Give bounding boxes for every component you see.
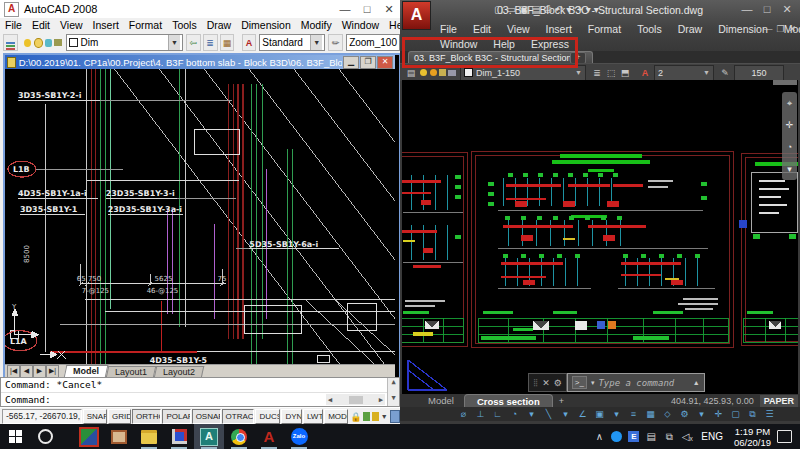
autocad-logo-button[interactable]: A	[402, 1, 431, 30]
menu-item[interactable]: Tools	[629, 22, 670, 36]
status-icon[interactable]: ☰	[761, 407, 778, 421]
doc-close-icon[interactable]: ✕	[788, 24, 796, 34]
dim-scale-field[interactable]: 150	[734, 65, 784, 81]
chevron-down-icon[interactable]: ▼	[310, 35, 322, 50]
menu-item[interactable]: Draw	[202, 18, 237, 33]
layer-lock-icon[interactable]	[439, 69, 446, 76]
status-icon[interactable]: ◔	[506, 407, 523, 421]
status-icon[interactable]: ▾	[523, 407, 540, 421]
tray-e-app-icon[interactable]: E	[628, 431, 639, 442]
taskbar-icon-puzzle-app[interactable]	[104, 424, 134, 449]
layer-on-icon[interactable]	[420, 69, 427, 76]
nav-icon[interactable]: ⌖	[787, 98, 792, 108]
tray-network-icon[interactable]: ⧉	[660, 431, 678, 443]
left-maximize-button[interactable]: □	[356, 0, 378, 18]
nav-icon[interactable]: ▾	[787, 164, 792, 174]
tab-cross-section[interactable]: Cross section	[464, 394, 553, 408]
qat-icon[interactable]: ▾	[566, 4, 571, 15]
layer-freeze-icon[interactable]	[34, 38, 43, 48]
grid-button[interactable]: GRID	[108, 409, 131, 424]
menu-item[interactable]: Format	[580, 22, 629, 36]
style-dropdown[interactable]: 2 ▼	[654, 65, 714, 81]
status-icon[interactable]: ▢	[727, 407, 744, 421]
menu-item[interactable]: File	[0, 18, 27, 33]
status-icon[interactable]: ▾	[693, 407, 710, 421]
status-icon[interactable]: ▾	[557, 407, 574, 421]
tray-volume-muted-icon[interactable]: ◁ₓ	[678, 431, 696, 442]
status-icon[interactable]: ▾	[608, 407, 625, 421]
menu-item[interactable]: Draw	[670, 22, 711, 36]
nav-icon[interactable]: ✛	[786, 120, 794, 130]
floating-command-line[interactable]: ⣿ ✕ ⚙ >_ ▾ Type a command ▲	[528, 373, 705, 392]
ortho-button[interactable]: ORTHO	[132, 409, 161, 424]
taskbar-icon-zalo[interactable]: Zalo	[284, 424, 314, 449]
menu-item[interactable]: Insert	[88, 18, 124, 33]
chevron-down-icon[interactable]: ▼	[168, 35, 180, 50]
layer-freeze-icon[interactable]	[430, 69, 437, 76]
layer-isolate-icon[interactable]: ▦	[220, 34, 235, 51]
qat-icon[interactable]: ▾	[594, 4, 599, 15]
otrack-button[interactable]: OTRACK	[222, 409, 255, 424]
layer-states-icon[interactable]: ≣	[203, 34, 218, 51]
navigation-bar[interactable]: ⌖✛◔▾	[782, 92, 797, 180]
qat-icon[interactable]: ▾	[586, 4, 591, 15]
tab-model[interactable]: Model	[418, 395, 464, 406]
layer-lock-icon[interactable]	[45, 39, 52, 47]
status-icon[interactable]: ≡	[625, 407, 642, 421]
qat-icon[interactable]: ↷	[574, 4, 582, 15]
status-icon[interactable]: ▦	[642, 407, 659, 421]
doc-restore-icon[interactable]: ❐	[776, 24, 784, 34]
taskbar-icon-autocad-2008-active[interactable]: A	[194, 424, 224, 449]
command-window[interactable]: Command: *Cancel* Command: ▲▼ ◀▶	[0, 377, 400, 407]
status-icon[interactable]: ⊥	[472, 407, 489, 421]
status-icon[interactable]: ⬦	[659, 407, 676, 421]
new-layout-button[interactable]: +	[553, 396, 570, 406]
qat-icon[interactable]: ↶	[555, 4, 563, 15]
action-center-icon[interactable]	[777, 430, 792, 443]
dim-style-icon[interactable]: ✎	[718, 66, 732, 80]
tray-status-icon[interactable]	[363, 412, 370, 421]
layer-previous-icon[interactable]: ⇦	[186, 34, 201, 51]
menu-item[interactable]: Window	[337, 18, 384, 33]
menu-item[interactable]: Tools	[167, 18, 202, 33]
status-icon[interactable]: ∠	[574, 407, 591, 421]
lwt-button[interactable]: LWT	[303, 409, 323, 424]
taskbar-icon-file-explorer[interactable]	[134, 424, 164, 449]
command-input[interactable]: Type a command	[598, 378, 674, 388]
tray-expand-chevron-icon[interactable]: ∧	[590, 431, 608, 442]
layer-dropdown[interactable]: Dim ▼	[66, 34, 183, 51]
zoom-field[interactable]: Zoom_100	[346, 34, 400, 51]
layer-states-icon[interactable]: ≣	[590, 66, 604, 80]
command-tools-icon[interactable]: ⚙	[554, 378, 562, 388]
menu-item[interactable]: File	[432, 22, 465, 36]
right-minimize-button[interactable]: —	[737, 3, 757, 16]
dim-style-icon[interactable]: ✎	[328, 34, 343, 51]
qat-icon[interactable]: ▭	[506, 4, 515, 15]
qat-icon[interactable]: ▢	[494, 4, 503, 15]
tray-zalo-icon[interactable]	[611, 431, 622, 442]
status-menu-chevron-icon[interactable]: ▼	[381, 413, 388, 420]
right-maximize-button[interactable]: □	[757, 3, 777, 16]
tray-clock[interactable]: 1:19 PM 06/20/19	[734, 426, 771, 448]
left-close-button[interactable]: ✕	[378, 0, 400, 18]
command-scrollbar[interactable]: ▲▼	[387, 378, 399, 406]
cortana-search-button[interactable]	[30, 424, 60, 449]
child-minimize-button[interactable]: ▁	[343, 56, 359, 69]
right-drawing-canvas[interactable]: ⌖✛◔▾ ⣿ ✕ ⚙ >_ ▾ Type a command ▲	[402, 80, 798, 394]
right-close-button[interactable]: ✕	[777, 3, 797, 16]
menu-item[interactable]: View	[55, 18, 88, 33]
status-icon[interactable]: ∟	[489, 407, 506, 421]
menu-item[interactable]: Edit	[27, 18, 55, 33]
layer-properties-icon[interactable]	[3, 34, 18, 51]
qat-icon[interactable]: ⎙	[544, 3, 552, 15]
style-dropdown[interactable]: Standard ▼	[259, 34, 325, 51]
left-drawing-canvas[interactable]: 3D35-SB1Y-2-i L1B 4D35-SB1Y-1a-i 23D35-S…	[5, 69, 395, 364]
taskbar-icon-autocad[interactable]: A	[254, 424, 284, 449]
menu-item[interactable]: Format	[124, 18, 167, 33]
notification-icon[interactable]	[372, 412, 379, 421]
nav-icon[interactable]: ◔	[787, 142, 792, 152]
lock-icon[interactable]: 🔒	[350, 412, 361, 422]
chevron-down-icon[interactable]: ▾	[591, 379, 595, 387]
ducs-button[interactable]: DUCS	[255, 409, 280, 424]
start-button[interactable]	[0, 424, 30, 449]
